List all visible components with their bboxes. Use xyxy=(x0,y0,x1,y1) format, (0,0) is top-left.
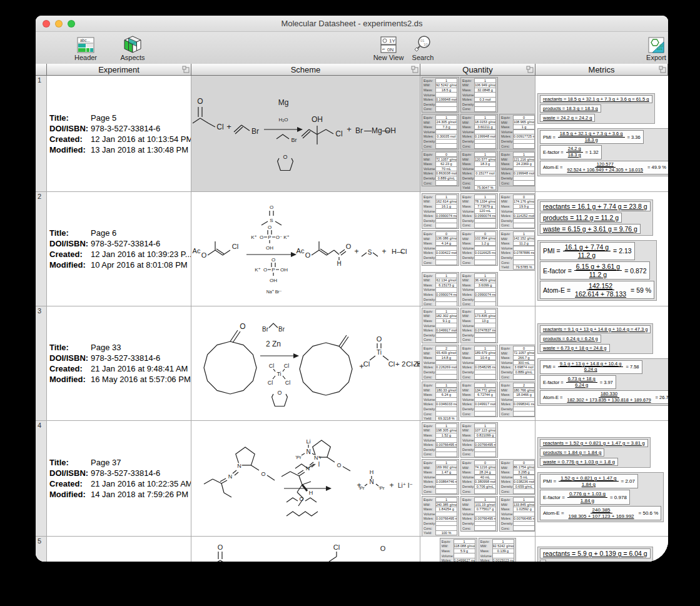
metrics-mass-line: waste = 0.776 g + 1.03 g = 1.8 g xyxy=(540,458,618,466)
quantity-field-value[interactable] xyxy=(474,452,496,457)
quantity-field-label: Moles: xyxy=(462,443,474,447)
experiment-cell[interactable]: Title:Page 33 DOI/ISBN:978-3-527-33814-6… xyxy=(47,306,191,421)
column-header-metrics[interactable]: Metrics xyxy=(535,64,668,76)
experiment-cell[interactable]: Title:Page 5 DOI/ISBN:978-3-527-33814-6 … xyxy=(47,76,191,192)
scheme-cell[interactable]: N N O Li N ⁱPr ⁱPr I O xyxy=(191,421,420,537)
row-number[interactable]: 5 xyxy=(36,537,47,562)
quantity-field-value[interactable]: 75.9047 % xyxy=(474,185,496,190)
quantity-field-label: Equiv: xyxy=(462,498,474,502)
close-icon[interactable] xyxy=(43,20,50,28)
quantity-field-value[interactable] xyxy=(474,337,496,342)
column-pane-icon[interactable] xyxy=(411,66,418,73)
quantity-field-value[interactable] xyxy=(435,223,457,228)
quantity-field-value[interactable] xyxy=(435,180,457,185)
quantity-cell[interactable]: Equiv:1MW:162.614 g/molMass:16.1 gVolume… xyxy=(420,192,535,306)
quantity-field-value[interactable] xyxy=(474,488,496,493)
search-button[interactable]: 0110 Search xyxy=(408,34,437,61)
column-header-quantity[interactable]: Quantity xyxy=(420,64,535,76)
quantity-field-value[interactable] xyxy=(435,337,457,342)
svg-text:N: N xyxy=(306,448,310,455)
row-number[interactable]: 4 xyxy=(36,421,47,537)
quantity-field-value[interactable] xyxy=(474,260,496,265)
svg-text:OH: OH xyxy=(385,126,396,135)
experiment-cell[interactable]: Title:Page 37 DOI/ISBN:978-3-527-33814-6… xyxy=(47,421,191,537)
quantity-field-value[interactable] xyxy=(435,488,457,493)
title-bar[interactable]: Molecular Datasheet - experiments2.ds xyxy=(36,16,668,32)
quantity-field-value[interactable]: 69.3218 % xyxy=(435,416,457,421)
quantity-field-value[interactable] xyxy=(435,452,457,457)
quantity-field-label: Conc: xyxy=(424,375,435,379)
quantity-field-label: Mass: xyxy=(424,319,435,323)
quantity-field-label: MW: xyxy=(424,83,435,87)
experiment-cell[interactable] xyxy=(47,537,191,562)
scheme-cell[interactable]: O Cl + Br Mg H₂O Br O OH Cl + xyxy=(191,76,420,192)
quantity-field-label: Moles: xyxy=(462,293,474,296)
svg-text:I: I xyxy=(318,461,320,468)
aspects-button[interactable]: Aspects xyxy=(117,34,148,61)
quantity-field-conc: Conc: xyxy=(462,223,496,228)
scheme-cell[interactable]: Ac O Cl O S K⁺ O P O O⁻ K⁺ OH K⁺ xyxy=(191,192,420,306)
scheme-cell[interactable]: O Cl O xyxy=(191,537,420,562)
quantity-cell[interactable]: Equiv:1MW:118.088 g/molMass:5.9 gVolume:… xyxy=(420,537,535,562)
experiment-cell[interactable]: Title:Page 6 DOI/ISBN:978-3-527-33814-6 … xyxy=(47,192,191,306)
new-view-button[interactable]: 1Y⌐0N New View xyxy=(370,34,407,61)
scheme-cell[interactable]: O Br Br 2 Zn Cl Cl Ti Cl Cl O + xyxy=(191,306,420,421)
svg-text:O: O xyxy=(271,257,275,263)
column-pane-icon[interactable] xyxy=(526,66,534,73)
quantity-field-conc: Conc: xyxy=(424,181,457,186)
metrics-cell[interactable]: reactants = 18.5 g + 32.1 g + 7.3 g + 3.… xyxy=(535,76,668,192)
quantity-field-value[interactable] xyxy=(435,143,457,148)
quantity-field-value[interactable] xyxy=(474,223,496,228)
quantity-field-value[interactable] xyxy=(513,180,535,185)
quantity-field-value[interactable] xyxy=(513,488,535,493)
quantity-field-value[interactable] xyxy=(474,301,496,306)
quantity-cell[interactable]: Equiv:1MW:198.305 g/molMass:1.52 gVolume… xyxy=(420,421,535,537)
quantity-field-value[interactable] xyxy=(513,525,535,530)
quantity-field-value[interactable] xyxy=(513,374,535,379)
quantity-field-value[interactable] xyxy=(513,411,535,416)
quantity-field-value[interactable] xyxy=(513,223,535,228)
quantity-field-label: Moles: xyxy=(424,443,435,447)
metrics-cell[interactable]: reactants = 16.1 g + 7.74 g = 23.8 gprod… xyxy=(535,192,668,306)
quantity-field-value[interactable] xyxy=(435,260,457,265)
quantity-field-conc: Conc: xyxy=(424,375,457,380)
quantity-cell[interactable]: Equiv:1MW:182.302 g/molMass:9.1 gVolume:… xyxy=(420,306,535,421)
quantity-field-value[interactable]: 100 % xyxy=(435,530,457,535)
metrics-formula-result: = 3.97 xyxy=(600,380,613,385)
metrics-cell[interactable]: reactants = 1.52 g + 0.821 g + 1.47 g = … xyxy=(535,421,668,537)
quantity-field-value[interactable] xyxy=(474,143,496,148)
experiment-row-3: 3 Title:Page 33 DOI/ISBN:978-3-527-33814… xyxy=(36,306,668,421)
column-pane-icon[interactable] xyxy=(182,66,190,73)
row-number[interactable]: 3 xyxy=(36,306,47,421)
quantity-field-conc: Conc: xyxy=(424,107,457,112)
reaction-scheme-1: O Cl + Br Mg H₂O Br O OH Cl + xyxy=(191,76,420,192)
quantity-cell[interactable]: Equiv:1MW:92.5242 g/molMass:18.5 gVolume… xyxy=(420,76,535,192)
column-header-scheme[interactable]: Scheme xyxy=(191,64,420,76)
row-number[interactable]: 1 xyxy=(36,76,47,192)
minimize-icon[interactable] xyxy=(55,20,63,28)
export-button[interactable]: 10110 Export xyxy=(642,34,668,61)
column-header-experiment[interactable]: Experiment xyxy=(47,64,191,76)
metrics-cell[interactable]: reactants = 5.9 g + 0.139 g = 6.04 g xyxy=(535,537,668,562)
row-number[interactable]: 2 xyxy=(36,192,47,306)
quantity-field-label: Conc: xyxy=(462,375,474,379)
quantity-field-value[interactable] xyxy=(435,374,457,379)
quantity-field-value[interactable] xyxy=(513,143,535,148)
svg-text:10: 10 xyxy=(424,43,428,46)
metrics-cell[interactable]: reactants = 9.1 g + 13 g + 14.8 g + 10.4… xyxy=(535,306,668,421)
quantity-field-value[interactable]: 79.5785 % xyxy=(513,265,535,270)
quantity-field-value[interactable] xyxy=(474,411,496,416)
quantity-field-value[interactable] xyxy=(474,106,496,111)
column-pane-icon[interactable] xyxy=(659,66,666,73)
quantity-field-value[interactable] xyxy=(474,525,496,530)
header-button[interactable]: abc... Header xyxy=(72,34,99,61)
quantity-field-value[interactable]: 0.0499627 mol xyxy=(454,558,475,562)
quantity-field-value[interactable]: 0.0015023 mol xyxy=(492,558,514,562)
quantity-field-label: Moles: xyxy=(462,171,474,175)
quantity-field-value[interactable] xyxy=(474,374,496,379)
quantity-field-value[interactable] xyxy=(435,106,457,111)
quantity-field-conc: Conc: xyxy=(424,489,457,494)
quantity-field-value[interactable] xyxy=(435,301,457,306)
zoom-icon[interactable] xyxy=(68,20,75,28)
doi-label: DOI/ISBN: xyxy=(49,353,91,363)
